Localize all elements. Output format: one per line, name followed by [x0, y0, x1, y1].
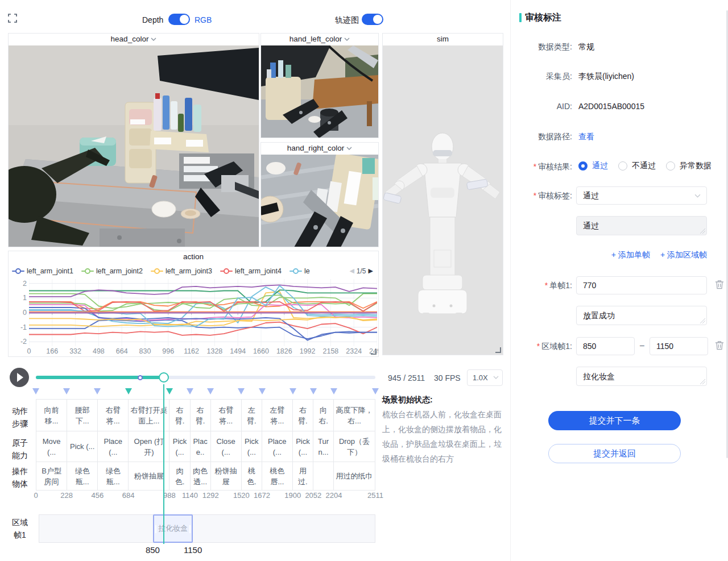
- slider-progress: [36, 376, 164, 379]
- review-tag-label: *审核标签:: [511, 190, 572, 201]
- table-cell-ability: Move (...: [36, 431, 67, 462]
- submit-next-button[interactable]: 提交并下一条: [548, 411, 681, 430]
- timeline-marker[interactable]: [330, 388, 337, 394]
- table-cell-ability: Pick (...: [67, 431, 98, 462]
- region-end-frame: 1150: [176, 545, 210, 555]
- timeline-marker[interactable]: [259, 388, 266, 394]
- review-panel: 审核标注 数据类型: 常规 采集员: 李轶晨(liyichen) AID: A2…: [510, 0, 728, 561]
- table-cell-step: 高度下降，右...: [334, 400, 375, 431]
- play-button[interactable]: [10, 368, 29, 387]
- row-label-atomic-ability: 原子能力: [10, 437, 30, 462]
- timeline-marker[interactable]: [32, 388, 39, 394]
- table-cell-ability: Place..: [190, 431, 210, 462]
- single-frame-dot-marker[interactable]: [138, 375, 143, 380]
- region-end-input[interactable]: 1150: [650, 337, 708, 355]
- frame-tick-label: 684: [116, 491, 141, 500]
- aid-value: A2D0015AB00015: [578, 101, 644, 112]
- action-chart[interactable]: [29, 279, 377, 346]
- legend-next-icon[interactable]: ▶: [369, 267, 373, 275]
- delete-single-frame-icon[interactable]: [715, 280, 724, 290]
- playback-slider[interactable]: [36, 372, 375, 383]
- chevron-down-icon: [346, 147, 352, 150]
- region-left-grip[interactable]: [155, 525, 156, 533]
- timeline-marker[interactable]: [289, 388, 296, 394]
- head-color-panel: head_color: [8, 33, 259, 247]
- radio-pass[interactable]: [578, 161, 588, 171]
- x-tick-label: 1660: [249, 347, 274, 355]
- timeline-marker[interactable]: [207, 388, 214, 394]
- panel-resize-handle[interactable]: [371, 349, 377, 355]
- legend-page-indicator: 1/5: [357, 267, 366, 275]
- timeline-marker[interactable]: [125, 388, 132, 394]
- radio-pass-label[interactable]: 通过: [592, 161, 608, 171]
- head-camera-image: [9, 45, 259, 247]
- timeline-marker[interactable]: [372, 388, 379, 394]
- radio-fail[interactable]: [618, 161, 627, 171]
- single-frame-label: *单帧1:: [511, 280, 572, 291]
- region-right-grip[interactable]: [189, 525, 191, 533]
- single-frame-input[interactable]: 770: [576, 276, 707, 294]
- timeline-marker[interactable]: [187, 388, 193, 394]
- region-frame-labels: 850 1150: [39, 545, 375, 556]
- timeline-marker[interactable]: [310, 388, 317, 394]
- legend-item[interactable]: left_arm_joint1: [12, 267, 73, 275]
- region-frame-block[interactable]: 拉化妆盒: [153, 514, 193, 543]
- panel-resize-handle[interactable]: [495, 347, 501, 353]
- review-tag-note-textarea[interactable]: 通过: [576, 216, 707, 235]
- legend-item[interactable]: le: [289, 267, 310, 275]
- depth-rgb-toggle[interactable]: [168, 14, 190, 25]
- table-cell-object: 绿色瓶...: [67, 462, 98, 491]
- submit-return-button[interactable]: 提交并返回: [548, 444, 681, 463]
- frame-counter: 945 / 2511: [388, 373, 425, 383]
- timeline-marker[interactable]: [166, 388, 173, 394]
- radio-abnormal-label[interactable]: 异常数据: [680, 161, 712, 171]
- radio-fail-label[interactable]: 不通过: [632, 161, 656, 171]
- trajectory-toggle[interactable]: [362, 14, 383, 25]
- x-tick-label: 1992: [295, 347, 320, 355]
- fps-indicator: 30 FPS: [434, 373, 461, 383]
- radio-abnormal[interactable]: [666, 161, 675, 171]
- timeline-marker[interactable]: [238, 388, 245, 394]
- x-tick-label: 996: [156, 347, 181, 355]
- add-region-frame-link[interactable]: + 添加区域帧: [660, 250, 707, 260]
- play-icon: [17, 373, 23, 382]
- table-cell-ability: Pick (...: [292, 431, 313, 462]
- x-tick-label: 0: [16, 347, 42, 355]
- rgb-label: RGB: [195, 14, 212, 26]
- legend-item[interactable]: left_arm_joint3: [151, 267, 212, 275]
- hand-right-color-title[interactable]: hand_right_color: [261, 143, 378, 155]
- table-cell-object: [313, 462, 333, 491]
- legend-item[interactable]: left_arm_joint4: [220, 267, 282, 275]
- legend-item[interactable]: left_arm_joint2: [81, 267, 143, 275]
- hand-left-camera-image: [261, 45, 378, 138]
- slider-handle[interactable]: [159, 372, 169, 383]
- y-tick-label: 0: [12, 309, 27, 317]
- speed-select[interactable]: 1.0X: [467, 369, 503, 386]
- legend-prev-icon[interactable]: ◀: [349, 267, 354, 275]
- current-frame-line: [163, 384, 164, 544]
- chart-y-axis: 210-1-2: [12, 279, 27, 346]
- table-cell-object: 肉色.: [169, 462, 190, 491]
- timeline-marker[interactable]: [63, 388, 70, 394]
- frame-tick-label: 1292: [198, 491, 223, 500]
- fullscreen-icon[interactable]: [8, 14, 17, 23]
- hand-left-color-title[interactable]: hand_left_color: [261, 34, 378, 45]
- y-tick-label: -2: [12, 338, 27, 346]
- single-frame-note-textarea[interactable]: 放置成功: [576, 306, 707, 325]
- delete-region-frame-icon[interactable]: [715, 340, 724, 351]
- table-cell-object: 肉色透...: [190, 462, 210, 491]
- data-path-view-link[interactable]: 查看: [578, 131, 594, 142]
- region-start-input[interactable]: 850: [576, 337, 635, 355]
- review-tag-select[interactable]: 通过: [576, 186, 707, 205]
- region-frame-track[interactable]: 拉化妆盒: [39, 514, 375, 543]
- timeline-marker[interactable]: [94, 388, 101, 394]
- head-color-title[interactable]: head_color: [9, 34, 259, 45]
- frame-tick-label: 456: [85, 491, 110, 500]
- region-frame-note-textarea[interactable]: 拉化妆盒: [576, 367, 707, 386]
- table-cell-ability: Pick (...: [241, 431, 262, 462]
- table-cell-ability: Turn...: [313, 431, 333, 462]
- add-single-frame-link[interactable]: + 添加单帧: [611, 250, 650, 260]
- toggle-knob: [180, 15, 189, 24]
- table-cell-step: 右臂.: [169, 400, 190, 431]
- frame-tick-label: 2511: [363, 491, 388, 500]
